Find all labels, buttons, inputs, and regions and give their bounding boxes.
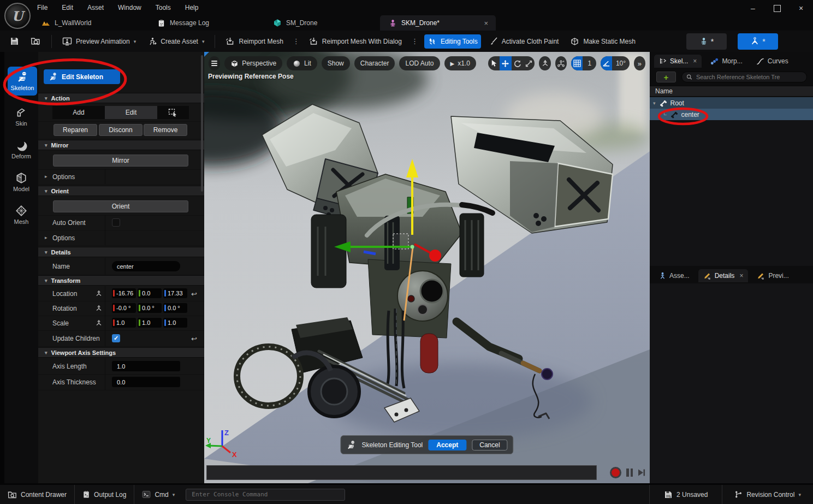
menu-file[interactable]: File (37, 4, 48, 11)
close-button[interactable]: × (789, 0, 813, 16)
select-tool-button[interactable] (488, 56, 500, 70)
rotation-x-field[interactable]: -0.0 ° (112, 303, 136, 313)
edit-skeleton-button[interactable]: Edit Skeleton (44, 69, 120, 84)
browse-to-asset-button[interactable] (27, 34, 44, 49)
tab-close-icon[interactable]: × (693, 57, 697, 65)
tab-close-icon[interactable]: × (739, 272, 743, 280)
tab-sm-drone[interactable]: SM_Drone (264, 15, 380, 31)
mesh-hierarchy-button[interactable] (555, 56, 567, 70)
tab-curves[interactable]: Curves (751, 55, 793, 68)
skeletal-mesh-shortcut-button[interactable]: * (738, 33, 778, 50)
edit-button[interactable]: Edit (105, 106, 157, 119)
mirror-options-row[interactable]: ▸ Options (38, 169, 204, 185)
add-bone-button[interactable]: + (656, 72, 676, 82)
gizmo-x-handle[interactable] (429, 250, 441, 262)
console-input[interactable] (191, 490, 340, 499)
tab-skm-drone[interactable]: SKM_Drone* × (380, 15, 496, 31)
show-menu-button[interactable]: Show (322, 56, 350, 70)
reset-location-button[interactable]: ↩ (191, 289, 197, 298)
step-forward-button[interactable] (638, 469, 645, 477)
section-header-mirror[interactable]: ▾ Mirror (38, 140, 204, 150)
record-button[interactable] (610, 467, 621, 478)
tree-column-header[interactable]: Name (650, 86, 813, 97)
revision-control-button[interactable]: Revision Control ▾ (722, 485, 813, 504)
remove-button[interactable]: Remove (144, 124, 187, 136)
scale-x-field[interactable]: 1.0 (112, 318, 136, 328)
content-drawer-button[interactable]: Content Drawer (0, 485, 74, 504)
menu-help[interactable]: Help (185, 4, 199, 11)
add-button[interactable]: Add (52, 106, 105, 119)
rotation-z-field[interactable]: 0.0 ° (163, 303, 187, 313)
reimport-mesh-with-dialog-button[interactable]: Reimport Mesh With Dialog (306, 34, 405, 49)
reimport-dialog-options-icon[interactable]: ⋮ (410, 37, 419, 45)
skeleton-asset-shortcut-button[interactable]: * (686, 33, 727, 50)
tree-row-root[interactable]: ▾ Root (650, 97, 813, 109)
perspective-button[interactable]: Perspective (224, 56, 282, 70)
mode-model[interactable]: Model (4, 172, 38, 192)
mode-skeleton[interactable]: Skeleton (8, 67, 37, 96)
box-select-button[interactable] (157, 106, 189, 119)
output-log-button[interactable]: Output Log (75, 485, 134, 504)
minimize-button[interactable]: – (741, 0, 765, 16)
reimport-mesh-button[interactable]: Reimport Mesh (222, 34, 286, 49)
reset-update-children-button[interactable]: ↩ (191, 334, 197, 342)
section-header-action[interactable]: ▾ Action (38, 93, 204, 103)
tab-preview-scene[interactable]: Previ... (752, 269, 793, 282)
reparent-button[interactable]: Reparen (54, 124, 97, 136)
tab-skeleton-tree[interactable]: Skel... × (654, 55, 702, 68)
pause-button[interactable] (626, 469, 633, 477)
viewport-menu-button[interactable] (209, 56, 220, 70)
tab-message-log[interactable]: Message Log (149, 15, 264, 31)
scale-y-field[interactable]: 1.0 (138, 318, 162, 328)
scale-z-field[interactable]: 1.0 (163, 318, 187, 328)
save-button[interactable] (7, 34, 22, 49)
search-input[interactable] (695, 73, 802, 81)
panel-scrollbar[interactable] (201, 55, 203, 192)
mode-mesh[interactable]: Mesh (4, 205, 38, 225)
section-header-details[interactable]: ▾ Details (38, 247, 204, 257)
location-z-field[interactable]: 17.33 (163, 288, 187, 298)
lit-mode-button[interactable]: Lit (287, 56, 317, 70)
create-asset-button[interactable]: Create Asset ▾ (144, 34, 207, 49)
preview-animation-button[interactable]: Preview Animation ▾ (59, 34, 139, 49)
section-header-orient[interactable]: ▾ Orient (38, 186, 204, 196)
angle-snap-toggle[interactable] (601, 56, 612, 70)
gizmo-center[interactable] (411, 245, 414, 249)
mode-deform[interactable]: Deform (4, 139, 38, 159)
axis-thickness-field[interactable]: 0.0 (112, 377, 180, 387)
tab-close-icon[interactable]: × (484, 19, 488, 27)
tab-l-wallworld[interactable]: L_WallWorld (33, 15, 149, 31)
toolbar-overflow-button[interactable]: » (634, 56, 645, 70)
menu-window[interactable]: Window (118, 4, 141, 11)
tab-details[interactable]: Details × (698, 269, 749, 282)
mode-skin[interactable]: Skin (4, 106, 38, 127)
section-header-viewport-axis[interactable]: ▾ Viewport Axis Settings (38, 347, 204, 358)
cancel-button[interactable]: Cancel (472, 440, 507, 450)
gizmo-space-button[interactable] (539, 56, 550, 70)
tab-morph-targets[interactable]: Morp... (705, 55, 747, 68)
orient-options-row[interactable]: ▸ Options (38, 230, 204, 246)
activate-cloth-paint-button[interactable]: Activate Cloth Paint (486, 34, 562, 49)
cmd-selector[interactable]: Cmd ▾ (134, 485, 182, 504)
orient-button[interactable]: Orient (53, 200, 188, 212)
bone-search-box[interactable] (681, 72, 807, 82)
menu-asset[interactable]: Asset (87, 4, 104, 11)
tab-asset-details[interactable]: Asse... (654, 269, 695, 282)
timeline-scrubber[interactable] (206, 465, 597, 480)
playback-speed-button[interactable]: ▶ x1.0 (444, 56, 476, 70)
update-children-checkbox[interactable]: ✓ (112, 334, 120, 342)
scale-tool-button[interactable] (523, 56, 535, 70)
console-command-box[interactable] (186, 489, 345, 501)
axis-length-field[interactable]: 1.0 (112, 361, 180, 371)
location-y-field[interactable]: 0.0 (138, 288, 162, 298)
character-menu-button[interactable]: Character (354, 56, 395, 70)
rotation-y-field[interactable]: 0.0 ° (138, 303, 162, 313)
rotate-tool-button[interactable] (512, 56, 523, 70)
accept-button[interactable]: Accept (428, 440, 466, 450)
menu-edit[interactable]: Edit (62, 4, 73, 11)
editing-tools-button[interactable]: Editing Tools (424, 34, 481, 49)
section-header-transform[interactable]: ▾ Transform (38, 275, 204, 286)
auto-orient-checkbox[interactable] (112, 218, 120, 227)
bone-name-field[interactable]: center (112, 261, 180, 271)
3d-viewport[interactable]: Z Y X Perspective Lit Show Character LOD… (204, 52, 650, 483)
